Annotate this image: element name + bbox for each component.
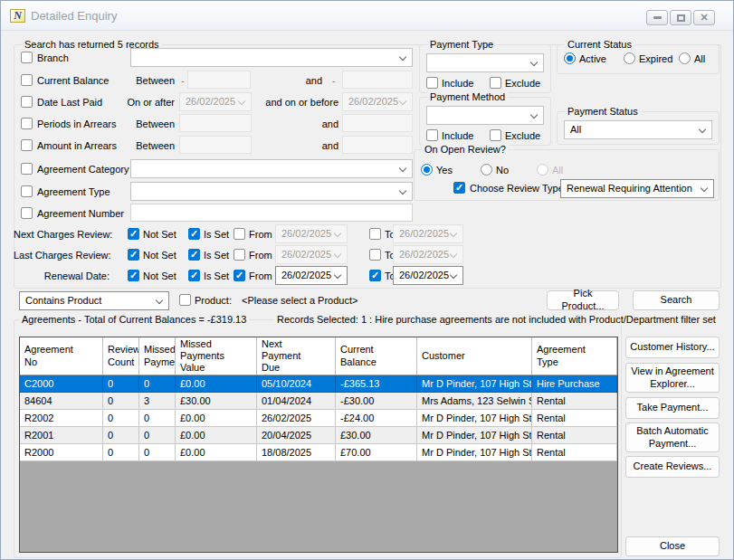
payment-method-exclude-checkbox[interactable] [490,129,501,141]
amount-and-label: and [272,140,338,151]
cell-current-balance: £30.00 [336,427,417,444]
pick-product-button[interactable]: Pick Product... [547,290,619,310]
current-status-all-radio[interactable] [679,52,691,64]
on-open-review-yes-label: Yes [436,165,453,176]
next-charges-to-checkbox[interactable] [369,228,381,240]
close-window-button[interactable]: ✕ [693,10,715,25]
payment-method-exclude-label: Exclude [505,130,540,141]
agreement-type-checkbox[interactable] [21,185,33,197]
current-status-expired-radio[interactable] [624,52,635,64]
take-payment-button[interactable]: Take Payment... [625,397,720,419]
view-in-agreement-explorer-button[interactable]: View in Agreement Explorer... [625,363,720,393]
customer-history-button[interactable]: Customer History... [625,337,720,358]
close-icon: ✕ [700,13,708,23]
product-checkbox[interactable] [179,294,191,306]
col-header-missed-payments[interactable]: Missed Paymen [139,337,176,375]
col-header-agreement-type[interactable]: Agreement Type [532,337,617,375]
close-button[interactable]: Close [625,536,720,556]
last-charges-from-checkbox[interactable] [234,249,245,261]
chevron-down-icon [699,126,706,133]
amount-in-arrears-checkbox[interactable] [21,139,33,151]
renewal-to-checkbox[interactable] [369,270,381,281]
table-row[interactable]: R2002 0 0 £0.00 26/02/2025 -£24.00 Mr D … [20,410,617,427]
table-row[interactable]: R2001 0 0 £0.00 20/04/2025 £30.00 Mr D P… [20,427,617,444]
cell-review-count: 0 [103,444,139,461]
agreement-type-select[interactable] [130,182,413,201]
date-last-paid-checkbox[interactable] [21,96,33,108]
next-charges-to-date[interactable]: 26/02/2025 [393,224,463,243]
cell-review-count: 0 [103,427,139,444]
renewal-to-date[interactable]: 26/02/2025 [393,266,463,285]
branch-select[interactable] [130,48,413,67]
renewal-date-label: Renewal Date: [14,271,110,281]
cell-customer: Mrs Adams, 123 Selwin St... [417,393,532,410]
last-charges-to-checkbox[interactable] [369,249,381,261]
current-balance-checkbox[interactable] [21,74,33,86]
last-charges-to-date[interactable]: 26/02/2025 [393,245,463,264]
review-type-select[interactable]: Renewal Requiring Attention [560,179,714,198]
chevron-down-icon [399,187,406,195]
cell-agreement-type: Rental [532,410,617,427]
window-title: Detailed Enquiry [31,9,117,23]
create-reviews-button[interactable]: Create Reviews... [625,456,720,478]
agreement-number-input[interactable] [130,204,413,222]
payment-type-select[interactable] [426,53,544,72]
agreement-category-label: Agreement Category [37,164,129,175]
periods-to-input[interactable] [342,114,413,132]
agreement-category-checkbox[interactable] [21,163,33,175]
maximize-button[interactable] [670,10,691,25]
col-header-review-count[interactable]: Review Count [103,337,139,375]
payment-status-select[interactable]: All [564,120,712,139]
payment-method-include-checkbox[interactable] [426,129,438,141]
on-open-review-yes-radio[interactable] [421,164,433,176]
date-last-paid-from-select[interactable]: 26/02/2025 [179,92,252,111]
payment-type-label: Payment Type [427,39,496,50]
next-charges-from-date[interactable]: 26/02/2025 [275,224,348,243]
col-header-current-balance[interactable]: Current Balance [336,337,417,375]
batch-automatic-payment-button[interactable]: Batch Automatic Payment... [625,422,720,452]
next-charges-from-label: From [249,229,272,240]
renewal-not-set-checkbox[interactable] [128,270,139,281]
amount-from-input[interactable] [179,136,252,154]
next-charges-not-set-checkbox[interactable] [128,228,139,240]
renewal-from-date[interactable]: 26/02/2025 [275,266,348,285]
col-header-missed-payments-value[interactable]: Missed Payments Value [176,337,257,375]
last-charges-from-date[interactable]: 26/02/2025 [275,245,348,264]
table-row[interactable]: C2000 0 0 £0.00 05/10/2024 -£365.13 Mr D… [20,375,617,393]
minimize-button[interactable] [646,10,668,25]
payment-type-exclude-checkbox[interactable] [490,77,501,89]
last-charges-not-set-checkbox[interactable] [128,249,139,261]
on-open-review-no-radio[interactable] [481,164,492,176]
current-balance-to-input[interactable] [342,71,413,89]
agreement-number-checkbox[interactable] [21,207,33,219]
agreement-type-label: Agreement Type [37,186,110,197]
periods-in-arrears-checkbox[interactable] [21,118,33,129]
last-charges-is-set-checkbox[interactable] [188,249,200,261]
choose-review-type-label: Choose Review Type [470,183,564,194]
date-last-paid-to-select[interactable]: 26/02/2025 [342,92,413,111]
renewal-from-checkbox[interactable] [234,270,245,281]
table-row[interactable]: R2000 0 0 £0.00 18/08/2025 £70.00 Mr D P… [20,444,617,461]
chevron-down-icon [334,230,341,237]
cell-agreement-no: C2000 [20,375,103,393]
cell-customer: Mr D Pinder, 107 High Str... [417,410,532,427]
next-charges-from-checkbox[interactable] [234,228,245,240]
current-balance-from-input[interactable] [187,71,251,89]
contains-product-select[interactable]: Contains Product [19,291,169,310]
search-button[interactable]: Search [633,290,720,310]
choose-review-type-checkbox[interactable] [453,182,465,194]
col-header-agreement-no[interactable]: Agreement No [20,337,103,375]
periods-from-input[interactable] [179,114,252,132]
cell-missed-payments-value: £0.00 [176,427,257,444]
amount-to-input[interactable] [342,136,413,154]
payment-method-select[interactable] [426,106,544,125]
payment-type-include-checkbox[interactable] [426,77,438,89]
table-row[interactable]: 84604 0 3 £30.00 01/04/2024 -£30.00 Mrs … [20,393,617,410]
next-charges-is-set-checkbox[interactable] [188,228,200,240]
agreement-category-select[interactable] [130,159,413,178]
col-header-customer[interactable]: Customer [417,337,532,375]
current-status-active-radio[interactable] [564,52,576,64]
branch-checkbox[interactable] [21,52,33,63]
col-header-next-payment-due[interactable]: Next Payment Due [257,337,336,375]
renewal-is-set-checkbox[interactable] [188,270,200,281]
